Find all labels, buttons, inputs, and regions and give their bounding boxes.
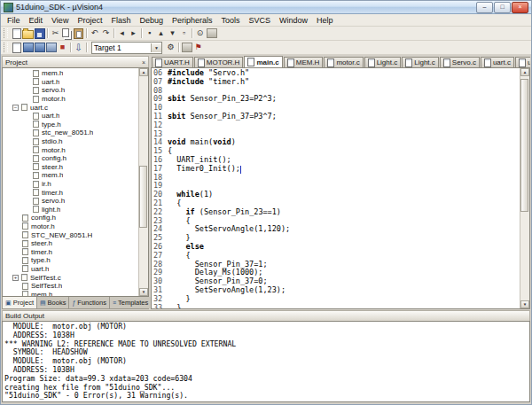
collapse-icon[interactable]: −: [12, 105, 19, 111]
translate-icon[interactable]: [11, 42, 22, 53]
target-select[interactable]: Target 1▼: [91, 42, 162, 54]
tree-item-type.h[interactable]: type.h: [3, 256, 138, 265]
bookmark-toggle-icon[interactable]: ▪: [144, 27, 155, 39]
editor-tab-Light.c[interactable]: Light.c: [402, 57, 439, 67]
close-button[interactable]: ×: [512, 2, 528, 13]
options-for-target-icon[interactable]: ⚙: [165, 42, 176, 53]
combo-dropdown-icon[interactable]: ▼: [151, 43, 161, 52]
editor-tab-main.c[interactable]: main.c: [244, 56, 282, 67]
tree-item-SelfTest.c[interactable]: +SelfTest.c: [3, 273, 138, 282]
find-icon[interactable]: ⊙: [194, 27, 206, 39]
cut-icon[interactable]: ✂: [50, 27, 61, 39]
code-editor[interactable]: 06#include "Servo.h"07#include "timer.h"…: [152, 68, 520, 308]
tree-item-steer.h[interactable]: steer.h: [3, 239, 138, 248]
menu-item-window[interactable]: Window: [275, 15, 312, 26]
tree-item-servo.h[interactable]: servo.h: [3, 197, 138, 206]
tree-item-stdio.h[interactable]: stdio.h: [3, 137, 138, 146]
menu-item-flash[interactable]: Flash: [106, 15, 135, 26]
scroll-down-icon[interactable]: ▼: [139, 288, 148, 296]
editor-tab-MEM.H[interactable]: MEM.H: [284, 57, 324, 67]
paste-icon[interactable]: [73, 27, 84, 39]
navigate-forward-icon[interactable]: ▸: [128, 27, 139, 39]
code-line-25[interactable]: 25 }: [152, 234, 520, 243]
menu-item-file[interactable]: File: [3, 15, 25, 26]
title-bar[interactable]: 51duino_SDK - µVision4 – □ ×: [1, 1, 531, 14]
editor-scrollbar[interactable]: ▲ ▼: [520, 68, 529, 308]
tree-item-uart.c[interactable]: −uart.c: [3, 103, 138, 112]
panel-tab-books[interactable]: ▤Books: [37, 297, 69, 308]
tree-item-ir.h[interactable]: ir.h: [3, 180, 138, 189]
debug-session-icon[interactable]: [181, 42, 192, 53]
code-line-14[interactable]: 14void main(void): [152, 138, 520, 147]
code-line-20[interactable]: 20 while(1): [152, 191, 520, 199]
menu-item-view[interactable]: View: [47, 15, 73, 26]
editor-tab-motor.c[interactable]: motor.c: [324, 57, 363, 67]
bookmark-next-icon[interactable]: ▾: [167, 27, 178, 39]
editor-tab-uart.h[interactable]: uart.h: [515, 57, 530, 67]
copy-icon[interactable]: [61, 27, 73, 39]
code-line-11[interactable]: 11sbit Sensor_Pin_37=P3^7;: [152, 113, 520, 121]
menu-item-debug[interactable]: Debug: [135, 15, 168, 26]
tree-item-uart.h[interactable]: uart.h: [3, 78, 138, 87]
tree-item-timer.h[interactable]: timer.h: [3, 247, 138, 256]
open-icon[interactable]: [22, 27, 34, 39]
scroll-thumb[interactable]: [139, 166, 147, 228]
tree-item-STC_NEW_8051.H[interactable]: STC_NEW_8051.H: [3, 230, 138, 239]
editor-tab-Light.c[interactable]: Light.c: [364, 57, 402, 67]
batch-build-icon[interactable]: [45, 42, 57, 53]
minimize-button[interactable]: –: [476, 2, 493, 13]
tree-item-type.h[interactable]: type.h: [3, 121, 138, 129]
navigate-back-icon[interactable]: ◂: [116, 27, 128, 39]
code-line-12[interactable]: 12: [152, 121, 520, 130]
tree-item-steer.h[interactable]: steer.h: [3, 163, 138, 172]
find-in-files-icon[interactable]: [206, 27, 217, 39]
bookmark-prev-icon[interactable]: ▴: [155, 27, 167, 39]
toolbar-grip[interactable]: [4, 28, 8, 38]
menu-item-svcs[interactable]: SVCS: [245, 15, 276, 26]
tree-item-servo.h[interactable]: servo.h: [3, 86, 138, 95]
code-line-09[interactable]: 09sbit Sensor_Pin_23=P2^3;: [152, 95, 520, 104]
tree-item-config.h[interactable]: config.h: [3, 154, 138, 163]
panel-tab-templates[interactable]: ≡Templates: [110, 297, 152, 308]
tree-item-motor.h[interactable]: motor.h: [3, 145, 138, 154]
maximize-button[interactable]: □: [494, 2, 511, 13]
panel-tab-project[interactable]: ▣Project: [3, 297, 37, 308]
flag-icon[interactable]: ⚑: [192, 42, 204, 53]
code-line-31[interactable]: 31 SetServoAngle(1,23);: [152, 286, 520, 295]
menu-item-project[interactable]: Project: [73, 15, 106, 26]
panel-tab-functions[interactable]: ƒFunctions: [69, 297, 109, 308]
toolbar-grip[interactable]: [4, 43, 8, 52]
tree-item-light.h[interactable]: light.h: [3, 206, 138, 214]
code-line-18[interactable]: 18: [152, 174, 520, 183]
editor-tab-Servo.c[interactable]: Servo.c: [440, 57, 480, 67]
tree-item-uart.h[interactable]: uart.h: [3, 265, 138, 274]
menu-item-tools[interactable]: Tools: [216, 15, 244, 26]
menu-item-peripherals[interactable]: Peripherals: [168, 15, 217, 26]
scroll-thumb[interactable]: [520, 79, 528, 212]
editor-tab-MOTOR.H[interactable]: MOTOR.H: [194, 57, 244, 67]
editor-tab-uart.c[interactable]: uart.c: [481, 57, 514, 67]
code-line-22[interactable]: 22 if (Sensor_Pin_23==1): [152, 208, 520, 217]
undo-icon[interactable]: ↶: [89, 27, 100, 39]
editor-tab-UART.H[interactable]: UART.H: [152, 57, 193, 67]
rebuild-all-icon[interactable]: [34, 42, 45, 53]
tree-item-SelfTest.h[interactable]: SelfTest.h: [3, 282, 138, 291]
code-line-33[interactable]: 33 }: [152, 304, 520, 308]
save-icon[interactable]: [34, 27, 45, 39]
tree-item-mem.h[interactable]: mem.h: [3, 171, 138, 180]
code-line-24[interactable]: 24 SetServoAngle(1,120);: [152, 225, 520, 234]
tree-item-timer.h[interactable]: timer.h: [3, 188, 138, 197]
project-tree-scrollbar[interactable]: ▲ ▼: [138, 68, 148, 296]
menu-item-help[interactable]: Help: [312, 15, 338, 26]
code-line-07[interactable]: 07#include "timer.h": [152, 78, 520, 87]
scroll-up-icon[interactable]: ▲: [520, 68, 529, 76]
tree-item-mem.h[interactable]: mem.h: [3, 290, 138, 296]
bookmark-clear-icon[interactable]: ▫: [178, 27, 190, 39]
scroll-up-icon[interactable]: ▲: [139, 68, 148, 76]
code-line-32[interactable]: 32 }: [152, 295, 520, 304]
stop-build-icon[interactable]: ■: [57, 42, 68, 53]
menu-item-edit[interactable]: Edit: [25, 15, 48, 26]
tree-item-motor.h[interactable]: motor.h: [3, 95, 138, 104]
tree-item-uart.h[interactable]: uart.h: [3, 112, 138, 121]
redo-icon[interactable]: ↷: [100, 27, 112, 39]
